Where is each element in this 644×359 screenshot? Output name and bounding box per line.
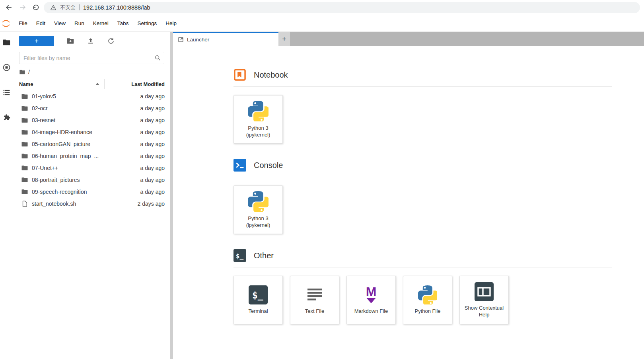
- menu-settings[interactable]: Settings: [133, 15, 161, 32]
- launcher-panel: Notebook Python 3 (ipykernel): [173, 46, 644, 359]
- folder-icon: [21, 152, 28, 160]
- file-row[interactable]: start_notebook.sh 2 days ago: [13, 198, 170, 210]
- menu-edit[interactable]: Edit: [32, 15, 50, 32]
- upload-files-icon[interactable]: [87, 37, 95, 45]
- new-tab-button[interactable]: +: [278, 32, 290, 46]
- file-row[interactable]: 04-image-HDR-enhance a day ago: [13, 126, 170, 138]
- refresh-file-list-icon[interactable]: [107, 37, 115, 45]
- browser-refresh-button[interactable]: [30, 2, 41, 13]
- column-header-name[interactable]: Name: [13, 81, 104, 87]
- card-python-file[interactable]: Python File: [403, 276, 452, 324]
- file-name: 06-human_protein_map_...: [32, 153, 140, 159]
- breadcrumb-root: /: [28, 69, 30, 75]
- file-row[interactable]: 01-yolov5 a day ago: [13, 90, 170, 102]
- table-of-contents-tab-icon[interactable]: [2, 88, 11, 97]
- notebook-icon: [233, 68, 246, 81]
- console-section-header: Console: [233, 159, 612, 177]
- panel-resize-handle[interactable]: [170, 32, 173, 359]
- markdown-icon: M: [362, 285, 381, 304]
- breadcrumb[interactable]: /: [13, 66, 170, 79]
- menu-kernel[interactable]: Kernel: [89, 15, 113, 32]
- file-list-header: Name Last Modified: [13, 79, 170, 89]
- new-folder-icon[interactable]: [66, 37, 74, 45]
- launcher-tab-icon: [178, 37, 184, 43]
- file-modified: a day ago: [140, 189, 165, 195]
- tab-launcher[interactable]: Launcher: [173, 32, 278, 46]
- file-modified: a day ago: [140, 105, 165, 111]
- file-row[interactable]: 08-portrait_pictures a day ago: [13, 174, 170, 186]
- file-name: 02-ocr: [32, 105, 140, 111]
- refresh-icon: [32, 4, 40, 11]
- section-title: Notebook: [254, 70, 288, 80]
- folder-icon: [21, 164, 28, 172]
- svg-text:$_: $_: [252, 290, 263, 300]
- menu-run[interactable]: Run: [70, 15, 89, 32]
- notebook-section-header: Notebook: [233, 68, 612, 87]
- file-row[interactable]: 02-ocr a day ago: [13, 102, 170, 114]
- back-arrow-icon: [5, 4, 13, 11]
- card-label: Python 3 (ipykernel): [246, 125, 270, 139]
- card-text-file[interactable]: Text File: [290, 276, 339, 324]
- file-row[interactable]: 05-cartoonGAN_picture a day ago: [13, 138, 170, 150]
- file-row[interactable]: 06-human_protein_map_... a day ago: [13, 150, 170, 162]
- card-notebook-python3[interactable]: Python 3 (ipykernel): [233, 95, 283, 144]
- file-name: start_notebook.sh: [32, 201, 138, 207]
- card-label: Python 3 (ipykernel): [246, 215, 270, 229]
- text-file-icon: [305, 285, 324, 304]
- file-modified: 2 days ago: [138, 201, 165, 207]
- menu-file[interactable]: File: [14, 15, 32, 32]
- filter-files-container: [19, 52, 164, 64]
- file-name: 04-image-HDR-enhance: [32, 129, 140, 135]
- section-title: Other: [254, 251, 274, 260]
- omnibox-separator: [79, 4, 80, 10]
- file-browser-tab-icon[interactable]: [2, 38, 11, 47]
- extension-manager-tab-icon[interactable]: [2, 113, 11, 122]
- file-name: 03-resnet: [32, 117, 140, 123]
- file-browser-panel: + / Name: [13, 32, 170, 359]
- file-icon: [21, 200, 28, 207]
- other-section-header: $_ Other: [233, 249, 612, 267]
- file-row[interactable]: 07-Unet++ a day ago: [13, 162, 170, 174]
- file-browser-toolbar: +: [13, 32, 170, 48]
- security-label: 不安全: [60, 4, 76, 11]
- terminal-icon: $_: [249, 285, 268, 304]
- filter-files-input[interactable]: [19, 52, 164, 64]
- card-show-contextual-help[interactable]: Show Contextual Help: [459, 276, 509, 324]
- menu-view[interactable]: View: [50, 15, 70, 32]
- file-list: 01-yolov5 a day ago 02-ocr a day ago 03-…: [13, 89, 170, 210]
- card-console-python3[interactable]: Python 3 (ipykernel): [233, 185, 283, 234]
- file-modified: a day ago: [140, 141, 165, 147]
- main-area: Launcher + Notebook: [173, 32, 644, 359]
- console-icon: [233, 159, 246, 172]
- file-row[interactable]: 03-resnet a day ago: [13, 114, 170, 126]
- folder-icon: [21, 93, 28, 100]
- tab-bar: Launcher +: [173, 32, 644, 46]
- console-cards: Python 3 (ipykernel): [233, 185, 612, 234]
- folder-icon: [21, 176, 28, 183]
- browser-forward-button[interactable]: [17, 2, 28, 13]
- file-name: 01-yolov5: [32, 93, 140, 100]
- menu-tabs[interactable]: Tabs: [113, 15, 133, 32]
- address-bar[interactable]: 不安全 192.168.137.100:8888/lab: [44, 2, 640, 13]
- file-row[interactable]: 09-speech-recognition a day ago: [13, 186, 170, 198]
- home-folder-icon: [19, 69, 25, 75]
- file-name: 09-speech-recognition: [32, 189, 140, 195]
- python-logo-icon: [248, 101, 268, 121]
- card-markdown-file[interactable]: M Markdown File: [346, 276, 396, 324]
- column-header-last-modified[interactable]: Last Modified: [104, 79, 170, 89]
- svg-text:M: M: [366, 285, 377, 299]
- security-warning-icon: [50, 4, 56, 11]
- file-name: 05-cartoonGAN_picture: [32, 141, 140, 147]
- card-label: Show Contextual Help: [462, 305, 506, 318]
- new-launcher-button[interactable]: +: [19, 36, 54, 46]
- workspace: + / Name: [0, 32, 644, 359]
- file-modified: a day ago: [140, 93, 165, 100]
- running-kernels-tab-icon[interactable]: [2, 63, 11, 72]
- folder-icon: [21, 105, 28, 112]
- sort-ascending-icon: [95, 83, 99, 85]
- activity-bar: [0, 32, 13, 359]
- browser-back-button[interactable]: [3, 2, 14, 13]
- menu-help[interactable]: Help: [161, 15, 181, 32]
- notebook-cards: Python 3 (ipykernel): [233, 95, 612, 144]
- card-terminal[interactable]: $_ Terminal: [233, 276, 283, 324]
